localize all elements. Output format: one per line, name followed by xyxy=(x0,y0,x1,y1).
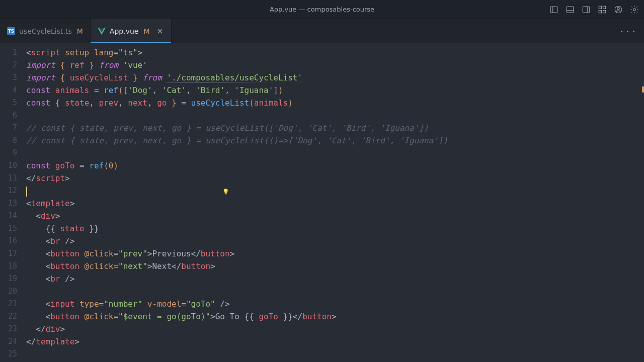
code-line xyxy=(26,147,644,159)
code-line: const { state, prev, next, go } = useCyc… xyxy=(26,97,644,109)
code-line: const goTo = ref(0) xyxy=(26,159,644,172)
editor-tabs: TS useCycleList.ts M App.vue M ··· xyxy=(0,19,644,43)
code-line: <button @click="next">Next</button> xyxy=(26,260,644,273)
scrollbar[interactable] xyxy=(638,43,644,362)
svg-rect-8 xyxy=(599,10,601,13)
svg-rect-0 xyxy=(550,7,557,13)
code-line: <br /> xyxy=(26,273,644,285)
code-line xyxy=(26,109,644,122)
svg-point-11 xyxy=(617,7,620,10)
account-icon[interactable] xyxy=(614,5,623,14)
code-line: </template> xyxy=(26,335,644,348)
typescript-icon: TS xyxy=(7,27,15,35)
svg-rect-4 xyxy=(583,7,590,13)
svg-rect-6 xyxy=(599,6,601,9)
code-line: <script setup lang="ts"> xyxy=(26,46,644,59)
code-line: // const { state, prev, next, go } = use… xyxy=(26,122,644,134)
svg-rect-7 xyxy=(603,6,606,9)
code-line: import { useCycleList } from './composab… xyxy=(26,71,644,84)
tab-overflow-icon[interactable]: ··· xyxy=(619,26,637,37)
titlebar-actions xyxy=(549,5,639,14)
line-numbers: 1234567891011121314151617181920212223242… xyxy=(0,43,26,362)
code-line: {{ state }} xyxy=(26,222,644,235)
tab-usecyclelist[interactable]: TS useCycleList.ts M xyxy=(0,19,91,43)
code-line: </script> xyxy=(26,172,644,185)
titlebar: App.vue — composables-course xyxy=(0,0,644,19)
code-line: import { ref } from 'vue' xyxy=(26,59,644,71)
code-line: <button @click="prev">Previous</button> xyxy=(26,247,644,260)
text-cursor xyxy=(26,187,27,197)
code-line: <input type="number" v-model="goTo" /> xyxy=(26,298,644,310)
code-line: const animals = ref(['Dog', 'Cat', 'Bird… xyxy=(26,84,644,97)
code-line xyxy=(26,348,644,360)
tab-appvue[interactable]: App.vue M xyxy=(91,19,172,43)
code-editor[interactable]: 1234567891011121314151617181920212223242… xyxy=(0,43,644,362)
panel-left-icon[interactable] xyxy=(549,5,558,14)
panel-bottom-icon[interactable] xyxy=(566,5,575,14)
close-icon[interactable] xyxy=(156,27,164,35)
code-line: <div> xyxy=(26,210,644,222)
code-line-cursor xyxy=(26,185,644,197)
tab-label: App.vue xyxy=(110,27,139,35)
code-content[interactable]: <script setup lang="ts"> import { ref } … xyxy=(26,43,644,362)
code-line: // const { state, prev, next, go } = use… xyxy=(26,134,644,147)
code-line: <template> xyxy=(26,197,644,210)
vue-icon xyxy=(98,27,106,35)
svg-point-12 xyxy=(633,8,636,11)
lightbulb-icon[interactable]: 💡 xyxy=(222,186,229,198)
code-line: </div> xyxy=(26,323,644,335)
layout-grid-icon[interactable] xyxy=(598,5,607,14)
modified-indicator: M xyxy=(77,27,83,35)
svg-rect-2 xyxy=(567,7,574,13)
panel-right-icon[interactable] xyxy=(582,5,591,14)
code-line: <br /> xyxy=(26,235,644,247)
svg-rect-9 xyxy=(603,10,606,13)
tab-label: useCycleList.ts xyxy=(19,27,72,35)
code-line: <button @click="$event ⇒ go(goTo)">Go To… xyxy=(26,310,644,323)
code-line xyxy=(26,285,644,298)
gear-icon[interactable] xyxy=(630,5,639,14)
window-title: App.vue — composables-course xyxy=(270,6,374,13)
modified-indicator: M xyxy=(143,27,149,35)
